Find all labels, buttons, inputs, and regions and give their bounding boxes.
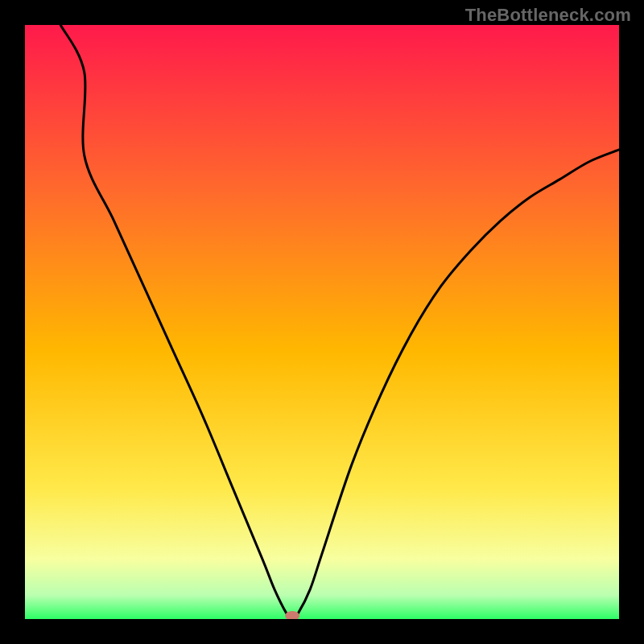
chart-plot-area: [25, 25, 619, 619]
watermark-text: TheBottleneck.com: [465, 5, 631, 26]
plot-background: [25, 25, 619, 619]
chart-frame: TheBottleneck.com: [0, 0, 644, 644]
chart-svg: [25, 25, 619, 619]
